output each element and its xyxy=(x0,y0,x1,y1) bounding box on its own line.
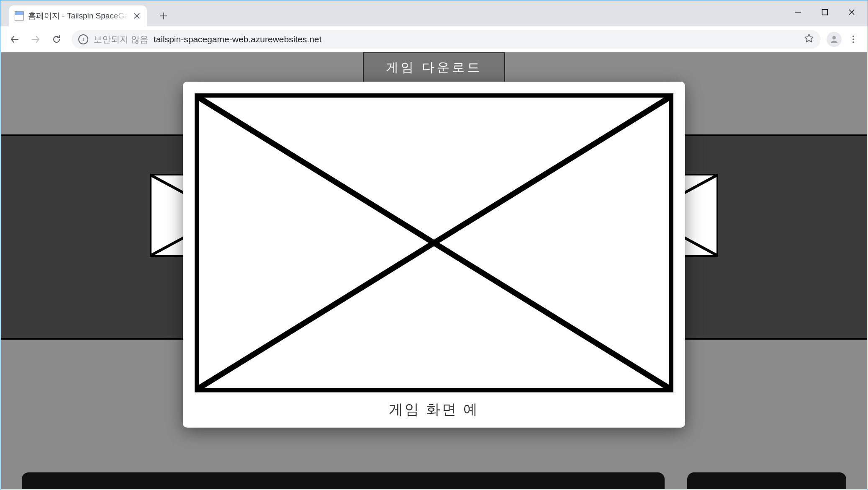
window-controls xyxy=(785,0,868,26)
star-icon xyxy=(804,33,814,43)
arrow-right-icon xyxy=(31,34,41,44)
toolbar: i 보안되지 않음 tailspin-spacegame-web.azurewe… xyxy=(0,26,868,52)
svg-point-4 xyxy=(853,41,854,43)
titlebar: 홈페이지 - Tailspin SpaceGame xyxy=(0,0,868,26)
maximize-icon xyxy=(822,9,828,15)
security-label: 보안되지 않음 xyxy=(93,34,149,45)
browser-window: 홈페이지 - Tailspin SpaceGame xyxy=(0,0,868,490)
profile-button[interactable] xyxy=(827,32,842,47)
forward-button[interactable] xyxy=(26,30,45,49)
page-viewport: 게임 다운로드 게임 화면 예 xyxy=(1,52,867,489)
reload-button[interactable] xyxy=(47,30,66,49)
address-bar[interactable]: i 보안되지 않음 tailspin-spacegame-web.azurewe… xyxy=(72,30,821,49)
plus-icon xyxy=(160,12,167,20)
new-tab-button[interactable] xyxy=(155,8,172,24)
kebab-icon xyxy=(848,34,858,44)
favicon-icon xyxy=(15,11,24,21)
reload-icon xyxy=(51,34,62,44)
person-icon xyxy=(829,34,839,44)
arrow-left-icon xyxy=(10,34,20,44)
browser-tab[interactable]: 홈페이지 - Tailspin SpaceGame xyxy=(9,5,147,26)
close-icon xyxy=(134,13,140,19)
modal-caption: 게임 화면 예 xyxy=(195,400,673,419)
minimize-icon xyxy=(795,9,801,15)
back-button[interactable] xyxy=(5,30,24,49)
close-tab-button[interactable] xyxy=(133,12,141,20)
modal-image xyxy=(195,93,673,392)
close-window-button[interactable] xyxy=(838,3,865,21)
url-text: tailspin-spacegame-web.azurewebsites.net xyxy=(154,34,322,44)
svg-point-3 xyxy=(853,39,854,40)
svg-point-1 xyxy=(832,36,836,39)
close-icon xyxy=(848,9,855,15)
placeholder-image-icon xyxy=(199,98,669,388)
bookmark-button[interactable] xyxy=(804,33,814,45)
info-icon[interactable]: i xyxy=(78,34,88,44)
browser-menu-button[interactable] xyxy=(844,30,863,49)
maximize-button[interactable] xyxy=(812,3,838,21)
svg-point-2 xyxy=(853,36,854,37)
minimize-button[interactable] xyxy=(785,3,812,21)
screenshot-modal: 게임 화면 예 xyxy=(183,82,685,428)
tab-strip: 홈페이지 - Tailspin SpaceGame xyxy=(0,0,172,26)
modal-backdrop[interactable]: 게임 화면 예 xyxy=(1,52,867,489)
svg-rect-0 xyxy=(822,10,828,15)
tab-title: 홈페이지 - Tailspin SpaceGame xyxy=(28,10,128,21)
